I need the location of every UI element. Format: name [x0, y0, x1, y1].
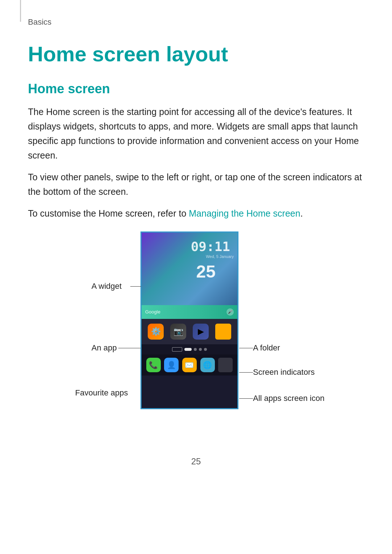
annotation-screen-indicators-line [239, 372, 253, 373]
widget-date: Wed, 5 January [206, 254, 234, 259]
annotation-all-apps: All apps screen icon [253, 394, 324, 403]
phone-mockup: 09:11 Wed, 5 January 25 Google 🎤 ⚙️ 📷 ▶ [140, 231, 238, 409]
indicator-rect [172, 347, 182, 352]
annotation-app-line [118, 348, 141, 349]
settings-app-icon: ⚙️ [148, 324, 164, 340]
annotation-folder: A folder [253, 343, 280, 353]
annotation-widget-line [130, 286, 141, 287]
annotation-all-apps-line [239, 398, 253, 399]
play-app-icon: ▶ [193, 324, 209, 340]
search-bar: Google 🎤 [142, 305, 237, 319]
page-number: 25 [28, 456, 364, 467]
paragraph-1: The Home screen is the starting point fo… [28, 104, 364, 163]
paragraph-2: To view other panels, swipe to the left … [28, 170, 364, 199]
apps-row: ⚙️ 📷 ▶ [142, 319, 237, 344]
annotation-screen-indicators: Screen indicators [253, 368, 315, 377]
indicator-dot-active [184, 348, 192, 351]
browser-dock-icon: 🌐 [200, 358, 215, 372]
annotation-widget: A widget [91, 282, 122, 291]
search-bar-label: Google [145, 309, 226, 315]
phone-dock-icon: 📞 [146, 358, 161, 372]
dock-row: 📞 👤 ✉️ 🌐 [142, 354, 237, 376]
page-title: Home screen layout [28, 41, 364, 67]
indicator-dot-1 [194, 348, 197, 351]
screen-indicators-row [142, 344, 237, 354]
indicator-dot-3 [204, 348, 207, 351]
annotation-app: An app [91, 343, 117, 353]
section-title: Home screen [28, 81, 364, 97]
folder-icon [215, 324, 231, 340]
microphone-icon: 🎤 [226, 308, 234, 316]
managing-home-screen-link[interactable]: Managing the Home screen [189, 208, 300, 218]
widget-number: 25 [196, 262, 216, 282]
email-dock-icon: ✉️ [182, 358, 197, 372]
contacts-dock-icon: 👤 [164, 358, 179, 372]
indicator-dot-2 [199, 348, 202, 351]
camera-app-icon: 📷 [170, 324, 186, 340]
paragraph-3: To customise the Home screen, refer to M… [28, 206, 364, 221]
widget-time: 09:11 [191, 239, 230, 254]
all-apps-dock-icon [218, 358, 233, 372]
annotation-folder-line [239, 348, 253, 349]
widget-area: 09:11 Wed, 5 January 25 [142, 233, 237, 305]
breadcrumb: Basics [28, 17, 364, 27]
annotation-favourite-apps: Favourite apps [75, 388, 128, 398]
page-container: Basics Home screen layout Home screen Th… [0, 0, 392, 554]
diagram-area: 09:11 Wed, 5 January 25 Google 🎤 ⚙️ 📷 ▶ [28, 231, 364, 435]
left-border-decoration [20, 0, 21, 22]
